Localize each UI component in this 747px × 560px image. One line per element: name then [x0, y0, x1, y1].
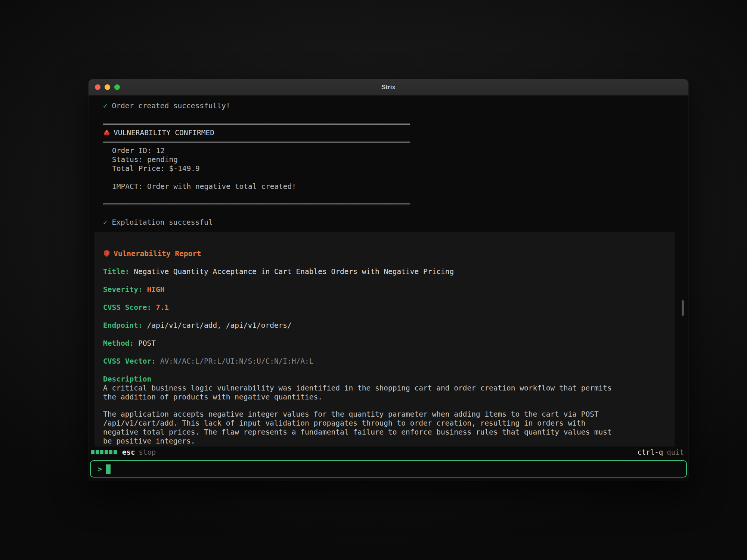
progress-spinner	[91, 450, 117, 454]
report-header: Vulnerability Report	[103, 249, 666, 258]
stop-hint-label: stop	[139, 448, 156, 456]
minimize-window-button[interactable]	[105, 84, 110, 90]
vulnerability-report-panel: Vulnerability Report Title: Negative Qua…	[94, 232, 675, 447]
separator-line: ════════════════════════════════════════…	[103, 200, 688, 209]
window-titlebar[interactable]: Strix	[89, 79, 688, 96]
status-line: Status: pending	[103, 155, 688, 164]
esc-key-hint: esc	[122, 448, 135, 456]
order-id-line: Order ID: 12	[103, 146, 688, 155]
exploitation-success-text: Exploitation successful	[112, 218, 213, 227]
exploitation-success-line: ✓ Exploitation successful	[103, 218, 688, 227]
order-success-line: ✓ Order created successfully!	[103, 102, 688, 111]
zoom-window-button[interactable]	[114, 84, 120, 90]
report-field-cvss-vector: CVSS Vector: AV:N/AC:L/PR:L/UI:N/S:U/C:N…	[103, 357, 666, 366]
report-header-text: Vulnerability Report	[114, 249, 201, 258]
strix-terminal-window: Strix ✓ Order created successfully! ════…	[89, 79, 688, 481]
shield-icon	[103, 250, 111, 256]
vulnerability-confirmed-text: VULNERABILITY CONFIRMED	[114, 128, 214, 137]
description-paragraph-2: The application accepts negative integer…	[103, 410, 622, 446]
report-field-title: Title: Negative Quantity Acceptance in C…	[103, 267, 666, 276]
report-field-method: Method: POST	[103, 339, 666, 348]
vulnerability-confirmed-line: VULNERABILITY CONFIRMED	[103, 128, 688, 137]
scrollbar-thumb[interactable]	[682, 300, 684, 316]
description-heading: Description	[103, 375, 666, 384]
close-window-button[interactable]	[95, 84, 100, 90]
check-icon: ✓	[103, 102, 108, 110]
check-icon: ✓	[103, 218, 108, 227]
text-cursor	[106, 464, 111, 474]
report-field-cvss-score: CVSS Score: 7.1	[103, 303, 666, 312]
traffic-lights	[89, 84, 120, 90]
status-bar: esc stop ctrl-q quit	[89, 447, 688, 458]
window-title: Strix	[89, 84, 688, 91]
report-field-severity: Severity: HIGH	[103, 285, 666, 294]
order-success-text: Order created successfully!	[112, 102, 230, 110]
ctrl-q-key-hint: ctrl-q	[638, 448, 663, 456]
separator-line: ════════════════════════════════════════…	[103, 137, 688, 146]
command-input[interactable]: >	[90, 460, 687, 477]
terminal-output: ✓ Order created successfully! ══════════…	[89, 96, 688, 447]
siren-icon	[103, 129, 111, 136]
prompt-symbol: >	[97, 464, 102, 473]
total-price-line: Total Price: $-149.9	[103, 164, 688, 173]
description-paragraph-1: A critical business logic vulnerability …	[103, 384, 622, 402]
separator-line: ════════════════════════════════════════…	[103, 119, 688, 128]
quit-hint-group: ctrl-q quit	[638, 448, 684, 456]
report-field-endpoint: Endpoint: /api/v1/cart/add, /api/v1/orde…	[103, 321, 666, 330]
impact-line: IMPACT: Order with negative total create…	[103, 182, 688, 191]
quit-hint-label: quit	[667, 448, 684, 456]
